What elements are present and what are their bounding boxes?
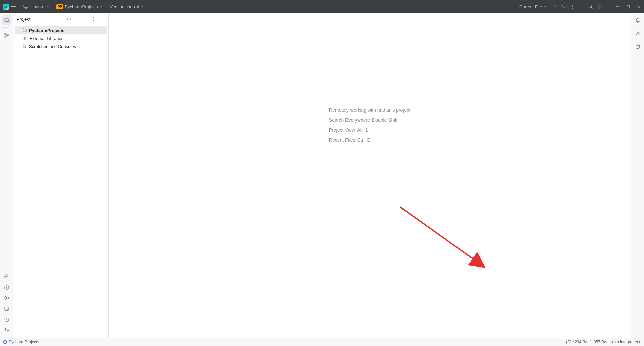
chevron-down-icon bbox=[141, 6, 144, 7]
search-icon[interactable] bbox=[588, 4, 594, 10]
hint-search-everywhere: Search Everywhere Double Shift bbox=[329, 117, 410, 123]
app-icon[interactable]: PC bbox=[3, 4, 9, 10]
panel-options-icon[interactable] bbox=[90, 15, 97, 23]
services-button[interactable] bbox=[2, 293, 11, 303]
svg-point-25 bbox=[25, 46, 26, 48]
status-indicator-icon[interactable] bbox=[3, 340, 7, 344]
tree-scratches[interactable]: › Scratches and Consoles bbox=[15, 42, 107, 50]
project-selector[interactable]: PP PycharmProjects bbox=[54, 3, 105, 11]
svg-rect-21 bbox=[24, 37, 24, 40]
minimize-window-icon[interactable] bbox=[615, 4, 620, 9]
scratch-icon bbox=[22, 44, 28, 49]
svg-rect-9 bbox=[5, 36, 6, 37]
svg-point-26 bbox=[637, 33, 638, 34]
close-window-icon[interactable] bbox=[637, 4, 641, 9]
status-net-prefix: (D) bbox=[566, 340, 572, 344]
vcs-label: Version control bbox=[110, 4, 139, 9]
expand-all-icon[interactable] bbox=[73, 15, 81, 23]
main-area: ⋯ Project bbox=[0, 13, 644, 338]
svg-rect-22 bbox=[25, 37, 26, 40]
remote-host-selector[interactable]: Ubuntu bbox=[20, 2, 52, 11]
stripe-divider bbox=[2, 27, 9, 28]
hide-panel-icon[interactable] bbox=[98, 15, 105, 23]
hint-label: Search Everywhere bbox=[329, 117, 370, 123]
svg-point-19 bbox=[93, 19, 94, 19]
project-name-label: PycharmProjects bbox=[65, 4, 98, 9]
project-tool-button[interactable] bbox=[2, 15, 11, 25]
python-console-button[interactable] bbox=[2, 272, 11, 281]
hint-label: Project View bbox=[329, 127, 355, 133]
hint-recent-files: Recent Files Ctrl+E bbox=[329, 137, 410, 143]
monitor-icon bbox=[23, 4, 29, 10]
editor-empty-hints: Remotely working with nathan's project S… bbox=[329, 107, 410, 143]
run-config-selector[interactable]: Current File bbox=[517, 3, 549, 11]
run-button[interactable] bbox=[552, 4, 558, 10]
svg-point-20 bbox=[93, 20, 94, 21]
status-left: PycharmProjects bbox=[3, 340, 566, 344]
svg-point-17 bbox=[67, 17, 70, 20]
more-tool-button[interactable]: ⋯ bbox=[2, 41, 11, 51]
hint-project-view: Project View Alt+1 bbox=[329, 127, 410, 133]
svg-point-18 bbox=[93, 17, 94, 18]
top-menubar: PC Ubuntu PP PycharmProjects Version con… bbox=[0, 0, 644, 13]
tree-expand-arrow-icon[interactable]: › bbox=[17, 28, 21, 32]
status-bar: PycharmProjects (D) ↑234 B/s / ↓357 B/s … bbox=[0, 338, 644, 346]
hint-shortcut: Double Shift bbox=[372, 117, 397, 123]
chevron-down-icon bbox=[544, 6, 547, 7]
status-network[interactable]: (D) ↑234 B/s / ↓357 B/s bbox=[566, 340, 607, 344]
svg-rect-12 bbox=[5, 307, 9, 311]
status-net-sep: / bbox=[589, 340, 590, 344]
svg-point-1 bbox=[563, 6, 565, 7]
svg-point-15 bbox=[5, 331, 6, 332]
python-packages-button[interactable] bbox=[2, 283, 11, 292]
structure-tool-button[interactable] bbox=[2, 31, 11, 40]
tree-root-label: PycharmProjects bbox=[29, 28, 64, 33]
collapse-all-icon[interactable] bbox=[82, 15, 89, 23]
debug-button[interactable] bbox=[561, 4, 567, 10]
vcs-tool-button[interactable] bbox=[2, 326, 11, 335]
more-dots-icon: ⋯ bbox=[4, 43, 9, 49]
database-button[interactable] bbox=[633, 42, 642, 51]
svg-rect-23 bbox=[26, 37, 27, 40]
tree-expand-arrow-icon[interactable]: › bbox=[17, 45, 21, 48]
chevron-down-icon bbox=[100, 6, 103, 7]
chevron-down-icon bbox=[46, 6, 49, 7]
editor-area: Remotely working with nathan's project S… bbox=[109, 13, 631, 338]
project-panel: Project › PycharmProjects External Libra… bbox=[13, 13, 109, 338]
hamburger-menu-icon[interactable] bbox=[11, 3, 18, 10]
svg-rect-7 bbox=[627, 5, 630, 8]
settings-gear-icon[interactable] bbox=[596, 4, 602, 10]
notifications-button[interactable] bbox=[633, 16, 642, 25]
project-panel-header: Project bbox=[13, 13, 108, 25]
tree-libs-label: External Libraries bbox=[30, 36, 63, 41]
tree-root-project[interactable]: › PycharmProjects bbox=[15, 26, 107, 34]
svg-rect-8 bbox=[5, 33, 6, 34]
svg-point-27 bbox=[636, 44, 639, 45]
svg-point-6 bbox=[599, 6, 600, 7]
svg-point-3 bbox=[572, 6, 573, 7]
terminal-button[interactable] bbox=[2, 304, 11, 313]
status-interpreter[interactable]: <No interpreter> bbox=[611, 340, 641, 344]
project-badge: PP bbox=[56, 4, 63, 9]
status-net-down: ↓357 B/s bbox=[592, 340, 607, 344]
right-tool-stripe bbox=[631, 13, 644, 338]
project-tree: › PycharmProjects External Libraries › S… bbox=[13, 25, 108, 52]
svg-point-4 bbox=[572, 8, 573, 9]
status-project-name[interactable]: PycharmProjects bbox=[9, 340, 39, 344]
more-actions-icon[interactable] bbox=[570, 4, 576, 10]
select-opened-file-icon[interactable] bbox=[65, 15, 73, 23]
version-control-menu[interactable]: Version control bbox=[107, 3, 146, 11]
tree-external-libraries[interactable]: External Libraries bbox=[15, 34, 107, 42]
menubar-left: PC Ubuntu PP PycharmProjects Version con… bbox=[3, 2, 515, 11]
problems-button[interactable] bbox=[2, 315, 11, 324]
svg-rect-10 bbox=[7, 35, 8, 36]
restore-window-icon[interactable] bbox=[626, 4, 631, 9]
ai-assistant-button[interactable] bbox=[633, 29, 642, 38]
run-config-label: Current File bbox=[519, 4, 542, 9]
library-icon bbox=[23, 36, 28, 41]
svg-point-14 bbox=[5, 328, 6, 329]
panel-title: Project bbox=[17, 17, 65, 22]
hint-shortcut: Alt+1 bbox=[357, 127, 368, 133]
menubar-right: Current File bbox=[517, 3, 641, 11]
hint-remote: Remotely working with nathan's project bbox=[329, 107, 410, 113]
